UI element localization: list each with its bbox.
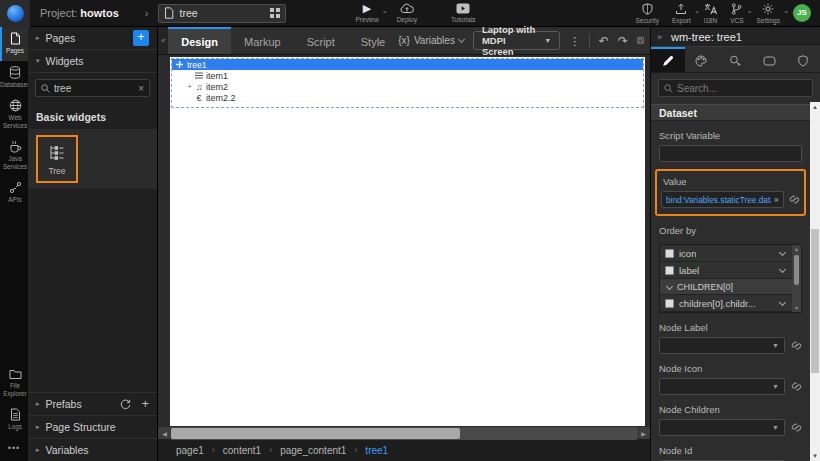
selected-tree-widget[interactable]: tree1 item1 + ♫ item2 bbox=[171, 58, 644, 108]
widgets-section-header[interactable]: ▾ Widgets bbox=[28, 50, 157, 73]
vcs-button[interactable]: VCS ⌄ bbox=[730, 3, 743, 24]
app-logo-button[interactable] bbox=[0, 0, 30, 27]
rail-item-java-services[interactable]: Java Services bbox=[0, 135, 28, 176]
chevron-down-icon[interactable]: ⌄ bbox=[694, 7, 700, 15]
variables-dropdown[interactable]: {x} Variables bbox=[398, 35, 464, 46]
canvas-wrap: tree1 item1 + ♫ item2 bbox=[158, 55, 650, 426]
page-structure-section-header[interactable]: ▸ Page Structure bbox=[28, 415, 157, 438]
chevron-down-icon[interactable]: ⌄ bbox=[382, 7, 388, 15]
inspector-scrollbar[interactable]: ▲ ▼ bbox=[810, 102, 820, 461]
rail-item-pages[interactable]: Pages bbox=[0, 27, 28, 61]
rail-item-databases[interactable]: Databases bbox=[0, 61, 28, 95]
chevron-down-icon[interactable] bbox=[779, 265, 786, 272]
tab-script[interactable]: Script bbox=[294, 27, 348, 54]
chevron-down-icon[interactable] bbox=[779, 298, 786, 305]
node-icon-select[interactable]: ▼ bbox=[659, 378, 785, 395]
add-page-button[interactable]: + bbox=[133, 30, 149, 46]
node-children-select[interactable]: ▼ bbox=[659, 419, 785, 436]
bind-link-icon[interactable] bbox=[791, 340, 802, 351]
scroll-up-icon[interactable]: ▲ bbox=[810, 102, 820, 112]
security-button[interactable]: Security bbox=[635, 3, 658, 24]
tab-styles[interactable] bbox=[685, 47, 719, 72]
undo-button[interactable]: ↶ bbox=[599, 34, 609, 48]
scroll-up-icon[interactable]: ▲ bbox=[792, 245, 801, 253]
breadcrumb-tree1[interactable]: tree1 bbox=[365, 445, 388, 456]
collapse-right-panel-button[interactable]: » bbox=[654, 32, 665, 42]
breadcrumb-content1[interactable]: content1 bbox=[223, 445, 261, 456]
value-input[interactable]: bind:Variables.staticTree.dataSet × bbox=[661, 191, 784, 208]
widget-search-input[interactable]: tree × bbox=[35, 79, 150, 97]
collapse-left-panel-button[interactable]: « bbox=[158, 27, 168, 54]
expand-icon[interactable]: + bbox=[185, 82, 194, 91]
clear-binding-icon[interactable]: × bbox=[774, 195, 779, 205]
tree-item-row[interactable]: € item2.2 bbox=[172, 92, 643, 103]
tab-security[interactable] bbox=[786, 47, 820, 72]
breadcrumb-page1[interactable]: page1 bbox=[176, 445, 204, 456]
bind-link-icon[interactable] bbox=[791, 381, 802, 392]
save-button[interactable] bbox=[637, 34, 644, 47]
rail-item-apis[interactable]: APIs bbox=[0, 176, 28, 210]
variables-section-header[interactable]: ▸ Variables bbox=[28, 438, 157, 461]
node-label-select[interactable]: ▼ bbox=[659, 337, 785, 354]
tree-node-selected[interactable]: tree1 bbox=[172, 59, 643, 70]
tab-design[interactable]: Design bbox=[168, 27, 231, 54]
bind-link-icon[interactable] bbox=[789, 194, 800, 205]
scroll-down-icon[interactable]: ▼ bbox=[792, 304, 801, 312]
prefabs-section-header[interactable]: ▸ Prefabs + bbox=[28, 392, 157, 415]
deploy-button[interactable]: Deploy bbox=[397, 3, 417, 23]
page-selector[interactable]: tree bbox=[158, 4, 286, 23]
order-scroll-thumb[interactable] bbox=[794, 255, 799, 285]
rail-item-web-services[interactable]: Web Services bbox=[0, 94, 28, 135]
tree-item-row[interactable]: item1 bbox=[172, 70, 643, 81]
checkbox-icon[interactable] bbox=[665, 249, 674, 258]
refresh-icon[interactable] bbox=[120, 399, 131, 410]
order-row-icon[interactable]: icon bbox=[660, 245, 792, 262]
kebab-menu-icon[interactable]: ⋮ bbox=[569, 36, 580, 46]
grid-icon[interactable] bbox=[270, 8, 280, 18]
user-avatar[interactable]: JS bbox=[793, 4, 811, 22]
rail-item-logs[interactable]: Logs bbox=[0, 403, 28, 437]
pages-section-header[interactable]: ▸ Pages + bbox=[28, 27, 157, 50]
tree-item-row[interactable]: + ♫ item2 bbox=[172, 81, 643, 92]
add-prefab-button[interactable]: + bbox=[141, 399, 149, 409]
checkbox-icon[interactable] bbox=[665, 266, 674, 275]
device-preview-dropdown[interactable]: Laptop with MDPI Screen ▼ bbox=[473, 31, 560, 50]
hscroll-thumb[interactable] bbox=[171, 428, 460, 439]
chevron-down-icon[interactable]: ⌄ bbox=[783, 7, 789, 15]
inspector-scroll-thumb[interactable] bbox=[811, 229, 819, 373]
redo-button[interactable]: ↷ bbox=[618, 34, 628, 48]
more-icon[interactable]: ••• bbox=[0, 437, 28, 461]
canvas-horizontal-scrollbar[interactable]: ◀ ▶ bbox=[158, 426, 650, 439]
order-row-children[interactable]: children[0].childr... bbox=[660, 295, 792, 312]
scroll-down-icon[interactable]: ▼ bbox=[810, 451, 820, 461]
settings-button[interactable]: Settings ⌄ bbox=[757, 3, 781, 24]
clear-search-icon[interactable]: × bbox=[138, 83, 144, 94]
rail-item-file-explorer[interactable]: File Explorer bbox=[0, 364, 28, 403]
tab-device[interactable] bbox=[752, 47, 786, 72]
tree-widget-tile[interactable]: Tree bbox=[36, 135, 78, 183]
tab-events[interactable] bbox=[719, 47, 753, 72]
chevron-down-icon bbox=[458, 35, 465, 42]
export-button[interactable]: Export ⌄ bbox=[672, 3, 691, 24]
order-row-label-field[interactable]: label bbox=[660, 262, 792, 279]
property-search-input[interactable]: Search... bbox=[658, 79, 813, 97]
bind-link-icon[interactable] bbox=[791, 422, 802, 433]
tutorials-button[interactable]: Tutorials bbox=[451, 3, 476, 23]
breadcrumb-page-content1[interactable]: page_content1 bbox=[280, 445, 346, 456]
checkbox-icon[interactable] bbox=[665, 299, 674, 308]
chevron-down-icon[interactable] bbox=[779, 248, 786, 255]
scroll-right-icon[interactable]: ▶ bbox=[637, 427, 650, 440]
tab-markup[interactable]: Markup bbox=[231, 27, 294, 54]
tab-style[interactable]: Style bbox=[348, 27, 398, 54]
chevron-down-icon[interactable]: ⌄ bbox=[747, 7, 753, 15]
scroll-left-icon[interactable]: ◀ bbox=[158, 427, 171, 440]
design-canvas[interactable]: tree1 item1 + ♫ item2 bbox=[170, 57, 645, 426]
hscroll-track[interactable] bbox=[171, 427, 637, 440]
i18n-button[interactable]: i18N bbox=[704, 3, 717, 24]
tab-properties[interactable] bbox=[651, 47, 685, 72]
order-list-scrollbar[interactable]: ▲ ▼ bbox=[792, 245, 801, 312]
order-group-children[interactable]: CHILDREN[0] bbox=[660, 279, 792, 295]
script-variable-input[interactable] bbox=[659, 145, 802, 162]
preview-button[interactable]: ▶ Preview ⌄ bbox=[356, 3, 379, 23]
dataset-section-header[interactable]: Dataset bbox=[651, 104, 810, 121]
